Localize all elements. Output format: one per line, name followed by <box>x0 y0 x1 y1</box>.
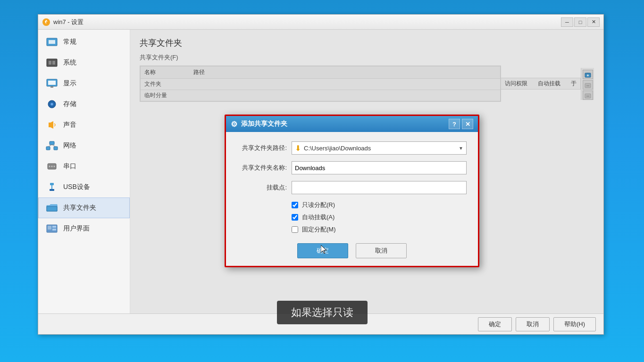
svg-rect-27 <box>52 226 56 228</box>
mount-label: 挂载点: <box>237 183 292 192</box>
sidebar-item-usb[interactable]: USB设备 <box>38 177 130 197</box>
general-icon <box>45 37 59 47</box>
svg-point-19 <box>49 166 50 167</box>
sidebar-label-ui: 用户界面 <box>63 224 90 233</box>
dialog-buttons: 确定 取消 <box>237 241 467 258</box>
sidebar-item-shared[interactable]: 共享文件夹 <box>38 197 130 218</box>
automount-label: 自动挂载(A) <box>302 213 335 222</box>
svg-point-20 <box>51 166 53 167</box>
dialog-overlay: ⚙ 添加共享文件夹 ? ✕ 共享文件夹路径: ⬇ C:\Users\jiao\D… <box>130 30 603 313</box>
sidebar-label-usb: USB设备 <box>63 183 90 191</box>
storage-icon <box>45 99 59 109</box>
readonly-checkbox-row: 只读分配(R) <box>292 201 467 209</box>
svg-rect-4 <box>49 61 51 65</box>
dialog-cancel-button[interactable]: 取消 <box>356 243 407 258</box>
ok-button[interactable]: 确定 <box>478 317 512 331</box>
svg-point-11 <box>51 104 52 105</box>
path-value: C:\Users\jiao\Downloads <box>304 145 459 152</box>
add-shared-folder-dialog: ⚙ 添加共享文件夹 ? ✕ 共享文件夹路径: ⬇ C:\Users\jiao\D… <box>225 115 479 267</box>
name-label: 共享文件夹名称: <box>237 164 292 172</box>
name-row: 共享文件夹名称: <box>237 161 467 174</box>
sidebar-item-display[interactable]: 显示 <box>38 73 130 94</box>
ui-icon <box>45 223 59 234</box>
dialog-title-text: 添加共享文件夹 <box>241 120 449 128</box>
dropdown-arrow-icon: ▼ <box>459 146 463 151</box>
dialog-help-button[interactable]: ? <box>449 119 460 129</box>
sidebar-item-audio[interactable]: 声音 <box>38 115 130 135</box>
sidebar-label-audio: 声音 <box>63 121 76 129</box>
window-title: win7 - 设置 <box>53 18 561 26</box>
path-label: 共享文件夹路径: <box>237 144 292 152</box>
svg-marker-12 <box>49 121 53 129</box>
path-dropdown[interactable]: ⬇ C:\Users\jiao\Downloads ▼ <box>292 141 467 155</box>
fixed-checkbox-row: 固定分配(M) <box>292 225 467 234</box>
sidebar: 常规 系统 显示 存储 <box>38 30 130 313</box>
svg-rect-8 <box>50 86 53 88</box>
svg-rect-22 <box>50 183 54 185</box>
name-input[interactable] <box>292 161 467 174</box>
svg-rect-28 <box>52 229 56 230</box>
mount-input[interactable] <box>292 181 467 194</box>
main-content: 共享文件夹 共享文件夹(F) 名称 路径 文件夹 临时分量 <box>130 30 603 313</box>
automount-checkbox[interactable] <box>292 214 298 221</box>
content-area: 常规 系统 显示 存储 <box>38 30 603 313</box>
svg-line-17 <box>52 145 56 147</box>
serial-icon <box>45 161 59 172</box>
sidebar-label-general: 常规 <box>63 38 76 46</box>
close-button[interactable]: ✕ <box>587 17 600 27</box>
app-icon <box>42 18 50 26</box>
display-icon <box>45 78 59 89</box>
sidebar-item-system[interactable]: 系统 <box>38 52 130 73</box>
svg-rect-5 <box>52 61 55 65</box>
checkboxes-group: 只读分配(R) 自动挂载(A) 固定分配(M) <box>237 201 467 234</box>
help-button[interactable]: 帮助(H) <box>553 317 596 331</box>
sidebar-label-network: 网络 <box>63 141 76 150</box>
automount-checkbox-row: 自动挂载(A) <box>292 213 467 222</box>
shared-folder-icon <box>45 203 59 213</box>
audio-icon <box>45 120 59 130</box>
cancel-button[interactable]: 取消 <box>516 317 550 331</box>
sidebar-label-storage: 存储 <box>63 100 76 108</box>
readonly-label: 只读分配(R) <box>302 201 335 209</box>
svg-rect-26 <box>48 226 51 230</box>
sidebar-label-serial: 串口 <box>63 162 76 171</box>
window-controls: ─ □ ✕ <box>561 17 600 27</box>
dialog-ok-button[interactable]: 确定 <box>297 243 348 258</box>
network-icon <box>45 140 59 151</box>
sidebar-label-shared: 共享文件夹 <box>63 204 96 212</box>
system-icon <box>45 58 59 68</box>
svg-rect-7 <box>48 81 56 85</box>
dialog-gear-icon: ⚙ <box>231 120 237 129</box>
sidebar-item-storage[interactable]: 存储 <box>38 94 130 115</box>
svg-rect-13 <box>50 141 54 145</box>
svg-rect-15 <box>54 147 58 150</box>
path-row: 共享文件夹路径: ⬇ C:\Users\jiao\Downloads ▼ <box>237 141 467 155</box>
download-arrow-icon: ⬇ <box>295 144 301 153</box>
maximize-button[interactable]: □ <box>574 17 586 27</box>
svg-rect-2 <box>49 40 55 44</box>
readonly-checkbox[interactable] <box>292 202 298 208</box>
main-window: win7 - 设置 ─ □ ✕ 常规 系统 <box>38 14 604 335</box>
usb-icon <box>45 182 59 192</box>
svg-rect-14 <box>46 147 50 150</box>
dialog-body: 共享文件夹路径: ⬇ C:\Users\jiao\Downloads ▼ 共享文… <box>226 132 478 266</box>
title-bar: win7 - 设置 ─ □ ✕ <box>38 15 603 30</box>
svg-rect-24 <box>50 189 54 191</box>
svg-rect-3 <box>47 59 57 66</box>
svg-point-21 <box>54 166 55 167</box>
sidebar-item-network[interactable]: 网络 <box>38 135 130 156</box>
sidebar-label-display: 显示 <box>63 79 76 88</box>
mount-row: 挂载点: <box>237 181 467 194</box>
fixed-checkbox[interactable] <box>292 226 298 233</box>
sidebar-item-general[interactable]: 常规 <box>38 32 130 52</box>
dialog-close-button[interactable]: ✕ <box>462 119 473 129</box>
dialog-title-bar: ⚙ 添加共享文件夹 ? ✕ <box>226 116 478 132</box>
sidebar-item-ui[interactable]: 用户界面 <box>38 218 130 239</box>
sidebar-item-serial[interactable]: 串口 <box>38 156 130 177</box>
fixed-label: 固定分配(M) <box>302 225 336 234</box>
sidebar-label-system: 系统 <box>63 58 76 67</box>
svg-line-16 <box>48 145 52 147</box>
minimize-button[interactable]: ─ <box>561 17 573 27</box>
